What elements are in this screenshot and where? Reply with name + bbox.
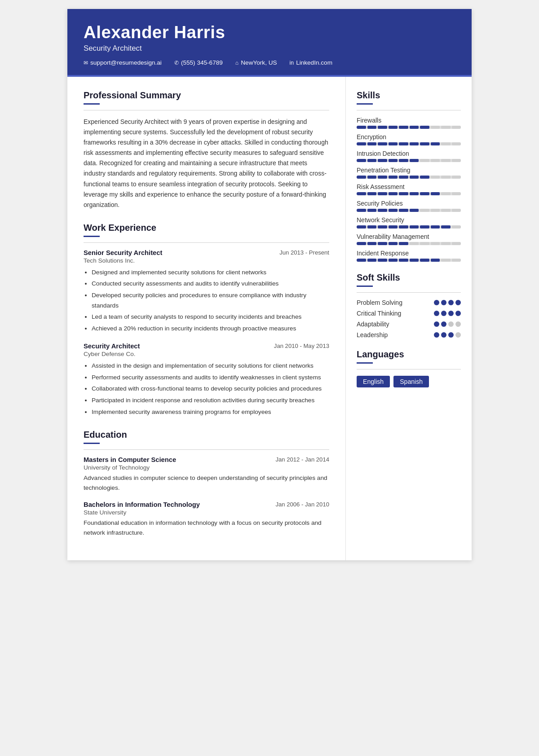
skill-bar-segment (357, 209, 366, 212)
skill-bar-segment (410, 242, 419, 245)
skill-item: Network Security (357, 216, 461, 229)
skill-bar-segment (367, 242, 377, 245)
education-underline (84, 443, 100, 444)
edu-header: Masters in Computer ScienceJan 2012 - Ja… (84, 456, 329, 463)
phone-icon: ✆ (174, 60, 179, 66)
skill-bar-segment (441, 192, 451, 195)
skill-bar-segment (357, 142, 366, 145)
skill-bar-segment (399, 142, 408, 145)
job-title: Senior Security Architect (84, 249, 162, 256)
job-bullet: Achieved a 20% reduction in security inc… (92, 324, 329, 334)
contact-linkedin: in LinkedIn.com (290, 59, 332, 66)
summary-text: Experienced Security Architect with 9 ye… (84, 117, 329, 210)
soft-skill-dot (434, 311, 439, 316)
skill-bar-segment (441, 159, 451, 162)
skill-name: Security Policies (357, 200, 461, 207)
skill-bar-segment (357, 259, 366, 262)
skill-bar-segment (452, 259, 461, 262)
skill-bar-segment (367, 159, 377, 162)
skill-bar-segment (410, 126, 419, 129)
soft-skill-dot (441, 311, 446, 316)
education-item: Masters in Computer ScienceJan 2012 - Ja… (84, 456, 329, 493)
skill-bar-segment (399, 126, 408, 129)
skill-item: Vulnerability Management (357, 233, 461, 245)
soft-skill-item: Leadership (357, 331, 461, 338)
left-column: Professional Summary Experienced Securit… (67, 77, 346, 560)
skill-bar-segment (389, 126, 398, 129)
education-item: Bachelors in Information TechnologyJan 2… (84, 501, 329, 538)
soft-skills-container: Problem SolvingCritical ThinkingAdaptabi… (357, 299, 461, 338)
skill-bar-segment (378, 209, 387, 212)
job-dates: Jan 2010 - May 2013 (274, 343, 329, 349)
soft-skill-dots (434, 321, 461, 327)
candidate-name: Alexander Harris (84, 22, 455, 42)
skills-title: Skills (357, 90, 461, 101)
soft-skill-dot (448, 300, 454, 305)
soft-skill-name: Critical Thinking (357, 310, 401, 317)
soft-skill-dot (434, 300, 439, 305)
work-experience-section: Work Experience Senior Security Architec… (84, 223, 329, 417)
job-bullet: Performed security assessments and audit… (92, 373, 329, 383)
education-container: Masters in Computer ScienceJan 2012 - Ja… (84, 456, 329, 538)
skill-bar-segment (431, 159, 440, 162)
skill-item: Intrusion Detection (357, 150, 461, 162)
edu-dates: Jan 2006 - Jan 2010 (275, 501, 329, 508)
skill-bar-segment (399, 209, 408, 212)
skill-bar-segment (452, 176, 461, 179)
soft-skill-name: Problem Solving (357, 299, 402, 306)
skill-bar-segment (367, 176, 377, 179)
contact-phone: ✆ (555) 345-6789 (174, 59, 223, 66)
skill-bar-segment (452, 209, 461, 212)
soft-skills-underline (357, 286, 373, 287)
skill-bar-segment (410, 225, 419, 229)
skill-bar-segment (367, 142, 377, 145)
skill-bar-segment (399, 225, 408, 229)
skill-bar-segment (420, 126, 429, 129)
edu-description: Advanced studies in computer science to … (84, 473, 329, 493)
skill-item: Firewalls (357, 117, 461, 129)
skill-item: Risk Assessment (357, 183, 461, 195)
resume-container: Alexander Harris Security Architect ✉ su… (67, 9, 472, 560)
summary-section: Professional Summary Experienced Securit… (84, 90, 329, 210)
skill-name: Vulnerability Management (357, 233, 461, 240)
skill-bar-segment (357, 225, 366, 229)
skill-bar-segment (378, 159, 387, 162)
contact-info: ✉ support@resumedesign.ai ✆ (555) 345-67… (84, 59, 455, 66)
skill-bar-segment (378, 225, 387, 229)
skills-container: FirewallsEncryptionIntrusion DetectionPe… (357, 117, 461, 262)
languages-underline (357, 362, 373, 364)
skill-bar-segment (441, 242, 451, 245)
skill-bar (357, 242, 461, 245)
language-badge: Spanish (393, 376, 429, 387)
skill-bar (357, 176, 461, 179)
skill-name: Network Security (357, 216, 461, 224)
soft-skill-dot (448, 311, 454, 316)
soft-skill-dot (455, 332, 461, 338)
skill-bar-segment (378, 176, 387, 179)
skill-bar-segment (441, 142, 451, 145)
soft-skill-dots (434, 300, 461, 305)
languages-title: Languages (357, 349, 461, 360)
skill-bar-segment (367, 259, 377, 262)
soft-skill-name: Adaptability (357, 321, 389, 328)
soft-skill-item: Problem Solving (357, 299, 461, 306)
skill-bar-segment (441, 259, 451, 262)
skill-bar-segment (452, 142, 461, 145)
skill-bar-segment (399, 242, 408, 245)
skill-bar-segment (399, 192, 408, 195)
skill-bar-segment (452, 192, 461, 195)
soft-skills-section: Soft Skills Problem SolvingCritical Thin… (357, 273, 461, 338)
contact-location: ⌂ NewYork, US (235, 59, 277, 66)
resume-header: Alexander Harris Security Architect ✉ su… (67, 9, 472, 75)
skill-bar-segment (420, 242, 429, 245)
skill-bar-segment (410, 209, 419, 212)
skill-bar-segment (378, 142, 387, 145)
summary-divider (84, 110, 329, 110)
skill-bar-segment (378, 242, 387, 245)
job-header: Security ArchitectJan 2010 - May 2013 (84, 343, 329, 350)
soft-skills-title: Soft Skills (357, 273, 461, 283)
job-item: Senior Security ArchitectJun 2013 - Pres… (84, 249, 329, 334)
skill-bar-segment (441, 176, 451, 179)
languages-divider (357, 369, 461, 369)
soft-skill-item: Adaptability (357, 321, 461, 328)
